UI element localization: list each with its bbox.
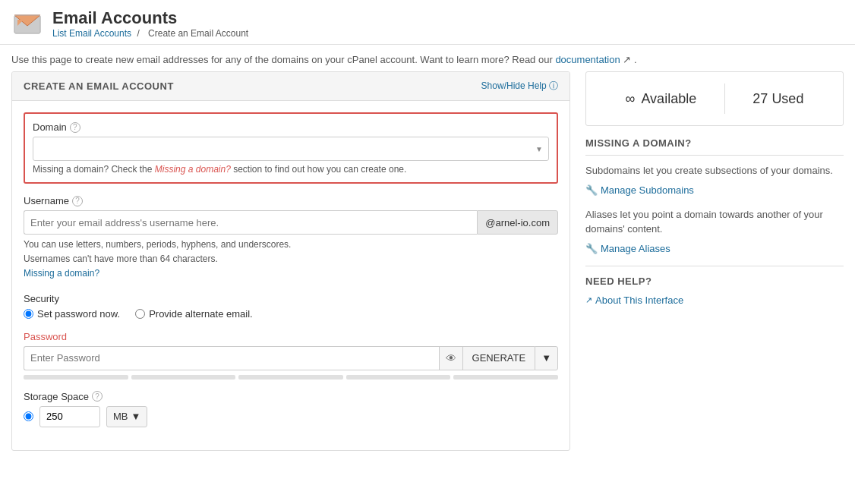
ext-icon-inline: ↗ bbox=[623, 54, 631, 65]
domain-select-wrapper: ▼ bbox=[33, 137, 549, 161]
storage-label: Storage Space ? bbox=[24, 391, 558, 402]
form-panel-body: Domain ? ▼ Missing a domain? Check the M… bbox=[12, 101, 569, 450]
description-text-after: . bbox=[634, 54, 637, 65]
show-hide-help-link[interactable]: Show/Hide Help ⓘ bbox=[481, 80, 558, 93]
password-field-group: Password 👁 GENERATE ▼ bbox=[24, 331, 558, 380]
manage-aliases-link[interactable]: 🔧 Manage Aliases bbox=[585, 243, 844, 254]
username-input[interactable] bbox=[24, 210, 477, 235]
breadcrumb-list-link[interactable]: List Email Accounts bbox=[52, 28, 131, 39]
username-row: @arnel-io.com bbox=[24, 210, 558, 235]
breadcrumb-current: Create an Email Account bbox=[148, 28, 248, 39]
set-password-option[interactable]: Set password now. bbox=[24, 308, 120, 320]
available-label: Available bbox=[641, 91, 696, 106]
wrench-icon-subdomains: 🔧 bbox=[585, 184, 598, 196]
missing-domain-link-domain[interactable]: Missing a domain? bbox=[155, 164, 231, 175]
security-options-row: Set password now. Provide alternate emai… bbox=[24, 308, 558, 320]
alternate-email-radio[interactable] bbox=[135, 309, 145, 319]
breadcrumb: List Email Accounts / Create an Email Ac… bbox=[52, 28, 251, 39]
username-hint-1: You can use letters, numbers, periods, h… bbox=[24, 238, 558, 252]
set-password-radio[interactable] bbox=[24, 309, 33, 319]
description-text-before: Use this page to create new email addres… bbox=[11, 54, 553, 65]
manage-subdomains-link[interactable]: 🔧 Manage Subdomains bbox=[585, 184, 844, 196]
password-input[interactable] bbox=[24, 346, 439, 370]
page-header: Email Accounts List Email Accounts / Cre… bbox=[0, 0, 855, 45]
header-text: Email Accounts List Email Accounts / Cre… bbox=[52, 8, 251, 39]
need-help-section: NEED HELP? ↗ About This Interface bbox=[585, 266, 844, 306]
storage-input[interactable] bbox=[39, 406, 100, 427]
set-password-label: Set password now. bbox=[37, 308, 120, 320]
strength-segment-5 bbox=[453, 375, 558, 380]
missing-domain-title: MISSING A DOMAIN? bbox=[585, 137, 844, 156]
wrench-icon-aliases: 🔧 bbox=[585, 243, 598, 254]
missing-domain-panel: MISSING A DOMAIN? Subdomains let you cre… bbox=[585, 137, 844, 306]
subdomains-text: Subdomains let you create subsections of… bbox=[585, 163, 844, 178]
strength-segment-2 bbox=[131, 375, 236, 380]
domain-help-icon[interactable]: ? bbox=[70, 122, 80, 133]
storage-unit-selector[interactable]: MB ▼ bbox=[106, 406, 147, 427]
username-hints: You can use letters, numbers, periods, h… bbox=[24, 238, 558, 282]
sidebar-section: ∞ Available 27 Used MISSING A DOMAIN? Su… bbox=[585, 71, 844, 451]
domain-hint: Missing a domain? Check the Missing a do… bbox=[33, 164, 549, 175]
password-row: 👁 GENERATE ▼ bbox=[24, 346, 558, 370]
domain-label: Domain ? bbox=[33, 121, 549, 133]
page-wrapper: Email Accounts List Email Accounts / Cre… bbox=[0, 0, 855, 504]
username-label: Username ? bbox=[24, 195, 558, 206]
storage-help-icon[interactable]: ? bbox=[92, 391, 103, 402]
strength-segment-4 bbox=[346, 375, 451, 380]
form-section: CREATE AN EMAIL ACCOUNT Show/Hide Help ⓘ… bbox=[11, 71, 570, 451]
alternate-email-option[interactable]: Provide alternate email. bbox=[135, 308, 253, 320]
storage-unit-label: MB bbox=[113, 411, 128, 422]
chevron-down-icon-storage: ▼ bbox=[131, 411, 141, 422]
used-count: 27 bbox=[752, 91, 768, 106]
eye-icon: 👁 bbox=[446, 352, 456, 364]
used-stat: 27 Used bbox=[752, 91, 803, 107]
form-panel-header: CREATE AN EMAIL ACCOUNT Show/Hide Help ⓘ bbox=[12, 72, 569, 101]
missing-domain-link-username[interactable]: Missing a domain? bbox=[24, 268, 99, 279]
username-field-group: Username ? @arnel-io.com You can use let… bbox=[24, 195, 558, 282]
strength-segment-3 bbox=[238, 375, 343, 380]
security-field-group: Security Set password now. Provide alter… bbox=[24, 293, 558, 320]
security-label: Security bbox=[24, 293, 558, 304]
storage-radio[interactable] bbox=[24, 411, 33, 421]
need-help-title: NEED HELP? bbox=[585, 276, 844, 287]
username-hint-3: Missing a domain? bbox=[24, 266, 558, 281]
stats-card: ∞ Available 27 Used bbox=[585, 71, 844, 126]
strength-segment-1 bbox=[24, 375, 128, 380]
infinity-icon: ∞ bbox=[626, 91, 636, 106]
form-panel-title: CREATE AN EMAIL ACCOUNT bbox=[24, 80, 174, 92]
username-domain-suffix: @arnel-io.com bbox=[477, 210, 558, 235]
password-label: Password bbox=[24, 331, 558, 342]
used-label: Used bbox=[771, 91, 803, 106]
available-stat: ∞ Available bbox=[626, 91, 697, 107]
password-visibility-toggle[interactable]: 👁 bbox=[439, 346, 462, 370]
alternate-email-label: Provide alternate email. bbox=[149, 308, 253, 320]
breadcrumb-separator: / bbox=[137, 28, 139, 39]
main-layout: CREATE AN EMAIL ACCOUNT Show/Hide Help ⓘ… bbox=[0, 71, 855, 451]
generate-dropdown-button[interactable]: ▼ bbox=[535, 346, 558, 370]
aliases-text: Aliases let you point a domain towards a… bbox=[585, 207, 844, 237]
username-help-icon[interactable]: ? bbox=[72, 196, 83, 206]
email-accounts-icon bbox=[11, 8, 43, 39]
stat-divider bbox=[724, 83, 725, 114]
domain-field-group: Domain ? ▼ Missing a domain? Check the M… bbox=[24, 112, 558, 184]
form-panel: CREATE AN EMAIL ACCOUNT Show/Hide Help ⓘ… bbox=[11, 71, 570, 451]
page-title: Email Accounts bbox=[52, 8, 251, 28]
chevron-down-icon-generate: ▼ bbox=[541, 352, 551, 364]
storage-field-group: Storage Space ? MB ▼ bbox=[24, 391, 558, 427]
domain-select[interactable] bbox=[33, 137, 549, 161]
documentation-link[interactable]: documentation bbox=[555, 54, 620, 65]
about-interface-link[interactable]: ↗ About This Interface bbox=[585, 295, 844, 306]
generate-button[interactable]: GENERATE bbox=[462, 346, 535, 370]
username-hint-2: Usernames can't have more than 64 charac… bbox=[24, 252, 558, 266]
storage-row: MB ▼ bbox=[24, 406, 558, 427]
page-description: Use this page to create new email addres… bbox=[0, 45, 855, 71]
password-strength-bar bbox=[24, 375, 558, 380]
external-link-icon: ↗ bbox=[585, 295, 592, 305]
